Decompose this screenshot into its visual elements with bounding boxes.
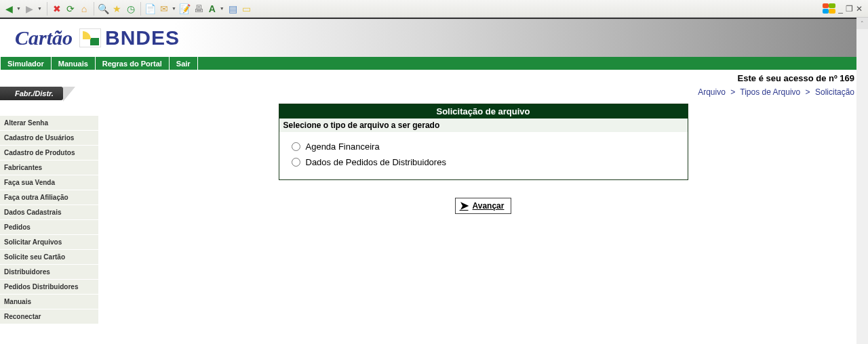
forward-icon[interactable]: ▶: [24, 3, 36, 15]
breadcrumb-separator: >: [806, 87, 810, 97]
edit-icon[interactable]: 📝: [179, 3, 191, 15]
browser-toolbar: ◀ ▼ ▶ ▼ ✖ ⟳ ⌂ 🔍 ★ ◷ 📄 ✉ ▼ 📝 🖶 A ▼ ▤ ▭ _ …: [0, 0, 868, 18]
sidebar: Fabr./Distr. Alterar Senha Cadastro de U…: [0, 85, 98, 324]
history-icon[interactable]: ◷: [125, 3, 137, 15]
mail-icon[interactable]: ✉: [158, 3, 170, 15]
sidebar-item-pedidos-distribuidores[interactable]: Pedidos Distribuidores: [0, 280, 98, 295]
sidebar-item-dados-cadastrais[interactable]: Dados Cadastrais: [0, 205, 98, 220]
window-restore[interactable]: ❐: [846, 4, 853, 14]
search-icon[interactable]: 🔍: [98, 3, 110, 15]
sidebar-item-cadastro-produtos[interactable]: Cadastro de Produtos: [0, 146, 98, 160]
home-icon[interactable]: ⌂: [78, 3, 90, 15]
radio-option-dados[interactable]: Dados de Pedidos de Distribuidores: [292, 154, 684, 170]
toolbar-separator: [140, 2, 141, 16]
breadcrumb-item[interactable]: Arquivo: [698, 87, 726, 97]
brand-bndes-text: BNDES: [105, 26, 180, 49]
forward-arrow-icon: ➤: [460, 200, 469, 211]
menu-sair[interactable]: Sair: [170, 57, 198, 70]
toolbar-separator: [94, 2, 94, 16]
advance-label: Avançar: [473, 201, 505, 211]
breadcrumb-item[interactable]: Solicitação: [815, 87, 854, 97]
advance-button[interactable]: ➤ Avançar: [455, 198, 512, 214]
toolbar-separator: [47, 2, 47, 16]
back-icon[interactable]: ◀: [3, 3, 15, 15]
brand-bar: Cartão BNDES: [0, 18, 868, 57]
panel-subtitle: Selecione o tipo de arquivo a ser gerado: [279, 119, 688, 132]
window-minimize[interactable]: _: [838, 4, 843, 14]
panel-body: Agenda Financeira Dados de Pedidos de Di…: [279, 132, 688, 179]
favorites-icon[interactable]: ★: [111, 3, 123, 15]
radio-label: Agenda Financeira: [306, 142, 380, 152]
breadcrumb-item[interactable]: Tipos de Arquivo: [740, 87, 800, 97]
font-size-icon[interactable]: A: [206, 3, 218, 15]
sidebar-item-distribuidores[interactable]: Distribuidores: [0, 265, 98, 280]
brand-cartao-text: Cartão: [15, 26, 73, 49]
menu-regras[interactable]: Regras do Portal: [96, 57, 170, 70]
sidebar-header: Fabr./Distr.: [0, 85, 98, 102]
sidebar-item-solicitar-arquivos[interactable]: Solicitar Arquivos: [0, 235, 98, 250]
menu-simulador[interactable]: Simulador: [0, 57, 52, 70]
radio-input-dados[interactable]: [292, 158, 300, 167]
sidebar-tab: Fabr./Distr.: [0, 87, 63, 100]
sidebar-item-fabricantes[interactable]: Fabricantes: [0, 160, 98, 175]
main-menu: Simulador Manuais Regras do Portal Sair: [0, 57, 868, 70]
sidebar-item-faca-afiliacao[interactable]: Faça outra Afiliação: [0, 190, 98, 205]
scroll-up-icon[interactable]: ˄: [856, 18, 868, 29]
sidebar-item-solicite-cartao[interactable]: Solicite seu Cartão: [0, 250, 98, 265]
access-number: 169: [840, 73, 854, 83]
back-dropdown[interactable]: ▼: [16, 6, 21, 11]
radio-label: Dados de Pedidos de Distribuidores: [306, 157, 446, 167]
main-content: Arquivo > Tipos de Arquivo > Solicitação…: [98, 85, 868, 324]
sidebar-list: Alterar Senha Cadastro de Usuários Cadas…: [0, 116, 98, 324]
radio-input-agenda[interactable]: [292, 142, 300, 151]
font-dropdown[interactable]: ▼: [220, 6, 224, 11]
breadcrumb-separator: >: [730, 87, 735, 97]
windows-flag-icon: [823, 3, 835, 14]
window-close[interactable]: ✕: [856, 4, 863, 14]
vertical-scrollbar[interactable]: ˄: [856, 18, 868, 324]
stop-icon[interactable]: ✖: [51, 3, 63, 15]
mail-dropdown[interactable]: ▼: [172, 6, 176, 11]
panel-title: Solicitação de arquivo: [279, 104, 688, 119]
note-icon[interactable]: ▭: [241, 3, 253, 15]
file-request-panel: Solicitação de arquivo Selecione o tipo …: [279, 104, 688, 180]
radio-option-agenda[interactable]: Agenda Financeira: [292, 139, 684, 154]
refresh-icon[interactable]: ⟳: [64, 3, 77, 15]
access-counter: Este é seu acesso de nº 169: [0, 70, 868, 85]
brand-logo-icon: [79, 28, 101, 47]
forward-dropdown[interactable]: ▼: [37, 6, 42, 11]
tool-icon[interactable]: ▤: [227, 3, 239, 15]
sidebar-item-pedidos[interactable]: Pedidos: [0, 220, 98, 235]
sidebar-item-reconectar[interactable]: Reconectar: [0, 309, 98, 324]
copy-icon[interactable]: 📄: [144, 3, 157, 15]
menu-manuais[interactable]: Manuais: [52, 57, 96, 70]
access-prefix: Este é seu acesso de nº: [738, 73, 840, 83]
sidebar-item-alterar-senha[interactable]: Alterar Senha: [0, 116, 98, 131]
sidebar-item-manuais[interactable]: Manuais: [0, 295, 98, 309]
print-icon[interactable]: 🖶: [193, 3, 205, 15]
breadcrumb: Arquivo > Tipos de Arquivo > Solicitação: [112, 85, 854, 104]
sidebar-item-cadastro-usuarios[interactable]: Cadastro de Usuários: [0, 131, 98, 146]
sidebar-item-faca-venda[interactable]: Faça sua Venda: [0, 175, 98, 190]
